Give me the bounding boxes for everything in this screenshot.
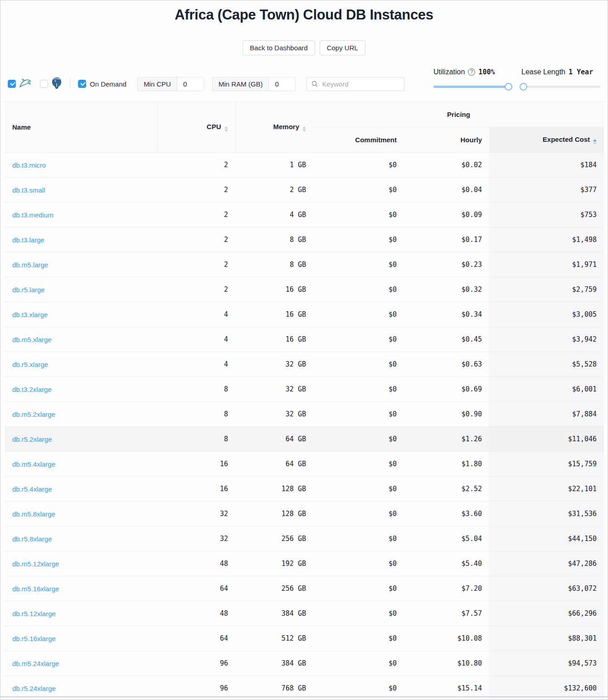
instance-name-link[interactable]: db.r5.xlarge [5, 352, 158, 377]
sort-icon-cpu[interactable] [224, 126, 228, 132]
expected-cost-cell: $377 [489, 178, 604, 203]
table-row[interactable]: db.m5.8xlarge 32 128 GB $0 $3.60 $31,536 [5, 502, 604, 526]
column-header-hourly[interactable]: Hourly [404, 127, 489, 153]
postgresql-checkbox[interactable] [40, 80, 48, 88]
expected-cost-cell: $15,759 [489, 452, 604, 477]
table-row[interactable]: db.t3.2xlarge 8 32 GB $0 $0.69 $6,001 [5, 377, 604, 402]
hourly-cell: $5.04 [404, 526, 489, 551]
table-row[interactable]: db.m5.xlarge 4 16 GB $0 $0.45 $3,942 [5, 327, 604, 352]
instance-name-link[interactable]: db.m5.12xlarge [5, 551, 158, 576]
table-row[interactable]: db.t3.medium 2 4 GB $0 $0.09 $753 [5, 203, 604, 227]
instance-name-link[interactable]: db.m5.xlarge [5, 327, 158, 352]
instance-name-link[interactable]: db.m5.8xlarge [5, 502, 158, 526]
instance-name-link[interactable]: db.m5.4xlarge [5, 452, 158, 477]
memory-cell: 32 GB [235, 377, 313, 402]
instance-name-link[interactable]: db.t3.small [5, 178, 158, 203]
help-icon[interactable]: ? [468, 68, 475, 76]
instance-name-link[interactable]: db.r5.4xlarge [5, 477, 158, 502]
instances-table: Name CPU Memory Pricing Commitment Hourl… [5, 101, 604, 700]
column-header-expected-cost[interactable]: Expected Cost [489, 127, 604, 153]
table-row[interactable]: db.r5.large 2 16 GB $0 $0.32 $2,759 [5, 277, 604, 302]
keyword-input[interactable] [321, 80, 399, 88]
on-demand-checkbox[interactable] [78, 80, 86, 88]
cpu-cell: 4 [158, 327, 235, 352]
column-group-pricing: Pricing [313, 102, 604, 127]
instance-name-link[interactable]: db.r5.16xlarge [5, 626, 158, 651]
sort-icon-expected-cost-ascending[interactable] [593, 139, 597, 145]
hourly-cell: $1.80 [404, 452, 489, 477]
table-row[interactable]: db.r5.2xlarge 8 64 GB $0 $1.26 $11,046 [5, 427, 604, 452]
cpu-cell: 32 [158, 526, 235, 551]
table-row[interactable]: db.t3.small 2 2 GB $0 $0.04 $377 [5, 178, 604, 203]
instance-name-link[interactable]: db.t3.2xlarge [5, 377, 158, 402]
hourly-cell: $7.20 [404, 576, 489, 601]
instance-name-link[interactable]: db.t3.medium [5, 203, 158, 227]
table-row[interactable]: db.m5.2xlarge 8 32 GB $0 $0.90 $7,884 [5, 402, 604, 427]
utilization-value: 100% [478, 68, 495, 76]
table-row[interactable]: db.m5.4xlarge 16 64 GB $0 $1.80 $15,759 [5, 452, 604, 477]
memory-cell: 4 GB [235, 203, 313, 227]
instance-name-link[interactable]: db.m5.large [5, 252, 158, 277]
column-header-name[interactable]: Name [5, 102, 158, 153]
utilization-control: Utilization ? 100% [433, 80, 511, 88]
table-row[interactable]: db.t3.xlarge 4 16 GB $0 $0.34 $3,005 [5, 302, 604, 327]
sort-icon-memory[interactable] [302, 126, 306, 132]
table-row[interactable]: db.m5.12xlarge 48 192 GB $0 $5.40 $47,28… [5, 551, 604, 576]
memory-cell: 64 GB [235, 452, 313, 477]
memory-cell: 32 GB [235, 402, 313, 427]
instance-name-link[interactable]: db.t3.xlarge [5, 302, 158, 327]
table-row[interactable]: db.t3.large 2 8 GB $0 $0.17 $1,498 [5, 227, 604, 252]
column-header-commitment[interactable]: Commitment [313, 127, 404, 153]
lease-length-control: Lease Length 1 Year [521, 80, 600, 88]
hourly-cell: $0.17 [404, 227, 489, 252]
utilization-slider-handle[interactable] [505, 83, 512, 91]
column-header-cpu[interactable]: CPU [158, 102, 235, 153]
instance-name-link[interactable]: db.m5.16xlarge [5, 576, 158, 601]
table-row[interactable]: db.r5.16xlarge 64 512 GB $0 $10.08 $88,3… [5, 626, 604, 651]
instance-name-link[interactable]: db.r5.2xlarge [5, 427, 158, 452]
instance-name-link[interactable]: db.r5.12xlarge [5, 601, 158, 626]
hourly-cell: $0.34 [404, 302, 489, 327]
memory-cell: 16 GB [235, 302, 313, 327]
table-row[interactable]: db.r5.4xlarge 16 128 GB $0 $2.52 $22,101 [5, 477, 604, 502]
mysql-checkbox[interactable] [8, 80, 16, 88]
column-header-memory[interactable]: Memory [235, 102, 313, 153]
memory-cell: 256 GB [235, 576, 313, 601]
instance-name-link[interactable]: db.t3.large [5, 227, 158, 252]
commitment-cell: $0 [313, 227, 404, 252]
memory-cell: 512 GB [235, 626, 313, 651]
cpu-cell: 8 [158, 427, 235, 452]
commitment-cell: $0 [313, 626, 404, 651]
table-row[interactable]: db.m5.24xlarge 96 384 GB $0 $10.80 $94,5… [5, 651, 604, 676]
lease-length-slider-handle[interactable] [520, 83, 527, 91]
table-row[interactable]: db.r5.8xlarge 32 256 GB $0 $5.04 $44,150 [5, 526, 604, 551]
instance-name-link[interactable]: db.m5.2xlarge [5, 402, 158, 427]
table-row[interactable]: db.t3.micro 2 1 GB $0 $0.02 $184 [5, 153, 604, 178]
expected-cost-cell: $11,046 [489, 427, 604, 452]
back-to-dashboard-button[interactable]: Back to Dashboard [243, 40, 315, 55]
expected-cost-cell: $3,942 [489, 327, 604, 352]
instance-name-link[interactable]: db.r5.large [5, 277, 158, 302]
utilization-slider[interactable] [433, 86, 511, 88]
table-row[interactable]: db.r5.xlarge 4 32 GB $0 $0.63 $5,528 [5, 352, 604, 377]
page-title: Africa (Cape Town) Cloud DB Instances [0, 7, 608, 23]
copy-url-button[interactable]: Copy URL [320, 40, 365, 55]
min-cpu-input[interactable] [177, 77, 204, 91]
cpu-cell: 8 [158, 377, 235, 402]
lease-length-label: Lease Length [521, 68, 565, 76]
table-row[interactable]: db.r5.12xlarge 48 384 GB $0 $7.57 $66,29… [5, 601, 604, 626]
memory-cell: 16 GB [235, 277, 313, 302]
lease-length-slider[interactable] [521, 86, 600, 88]
expected-cost-header-label: Expected Cost [543, 135, 590, 143]
page-bottom-edge [0, 696, 608, 697]
table-row[interactable]: db.m5.large 2 8 GB $0 $0.23 $1,971 [5, 252, 604, 277]
instance-name-link[interactable]: db.r5.8xlarge [5, 526, 158, 551]
table-row[interactable]: db.m5.16xlarge 64 256 GB $0 $7.20 $63,07… [5, 576, 604, 601]
hourly-cell: $0.45 [404, 327, 489, 352]
min-ram-input[interactable] [269, 77, 295, 91]
cpu-cell: 2 [158, 203, 235, 227]
instance-name-link[interactable]: db.m5.24xlarge [5, 651, 158, 676]
cpu-cell: 2 [158, 227, 235, 252]
instance-name-link[interactable]: db.t3.micro [5, 153, 158, 178]
cpu-cell: 4 [158, 352, 235, 377]
